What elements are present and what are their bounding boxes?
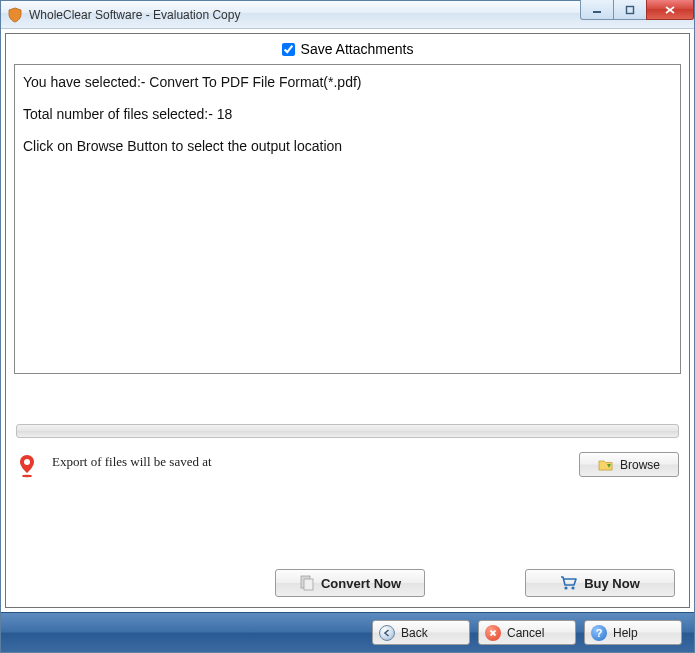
info-line-1: You have selected:- Convert To PDF File …	[23, 73, 672, 91]
svg-point-8	[565, 586, 568, 589]
info-line-2: Total number of files selected:- 18	[23, 105, 672, 123]
save-attachments-label: Save Attachments	[301, 41, 414, 57]
content-frame: Save Attachments You have selected:- Con…	[5, 33, 690, 608]
buy-now-button[interactable]: Buy Now	[525, 569, 675, 597]
action-row: Convert Now Buy Now	[6, 561, 689, 607]
window-title: WholeClear Software - Evaluation Copy	[29, 8, 240, 22]
info-line-3: Click on Browse Button to select the out…	[23, 137, 672, 155]
cancel-label: Cancel	[507, 626, 544, 640]
help-button[interactable]: ? Help	[584, 620, 682, 645]
export-row: Export of files will be saved at Browse	[16, 452, 679, 478]
save-attachments-checkbox[interactable]	[282, 43, 295, 56]
location-pin-icon	[16, 452, 38, 478]
export-path-label: Export of files will be saved at	[52, 452, 565, 470]
progress-bar	[16, 424, 679, 438]
back-icon	[379, 625, 395, 641]
minimize-button[interactable]	[580, 0, 614, 20]
spacer	[6, 374, 689, 424]
help-icon: ?	[591, 625, 607, 641]
back-label: Back	[401, 626, 428, 640]
convert-now-label: Convert Now	[321, 576, 401, 591]
close-icon	[664, 5, 676, 15]
close-button[interactable]	[646, 0, 694, 20]
app-window: WholeClear Software - Evaluation Copy Sa…	[0, 0, 695, 653]
app-icon	[7, 7, 23, 23]
svg-point-5	[22, 475, 32, 477]
buy-now-label: Buy Now	[584, 576, 640, 591]
svg-point-4	[24, 459, 30, 465]
footer-bar: Back Cancel ? Help	[1, 612, 694, 652]
titlebar[interactable]: WholeClear Software - Evaluation Copy	[1, 1, 694, 29]
save-attachments-row: Save Attachments	[6, 34, 689, 64]
minimize-icon	[592, 5, 602, 15]
convert-now-button[interactable]: Convert Now	[275, 569, 425, 597]
maximize-icon	[625, 5, 635, 15]
help-label: Help	[613, 626, 638, 640]
cancel-icon	[485, 625, 501, 641]
svg-point-9	[572, 586, 575, 589]
browse-label: Browse	[620, 458, 660, 472]
convert-icon	[299, 575, 315, 591]
folder-icon	[598, 458, 614, 472]
back-button[interactable]: Back	[372, 620, 470, 645]
cart-icon	[560, 575, 578, 591]
cancel-button[interactable]: Cancel	[478, 620, 576, 645]
maximize-button[interactable]	[613, 0, 647, 20]
svg-rect-7	[304, 579, 313, 590]
window-controls	[581, 0, 694, 20]
svg-rect-1	[627, 6, 634, 13]
browse-button[interactable]: Browse	[579, 452, 679, 477]
info-textbox[interactable]: You have selected:- Convert To PDF File …	[14, 64, 681, 374]
